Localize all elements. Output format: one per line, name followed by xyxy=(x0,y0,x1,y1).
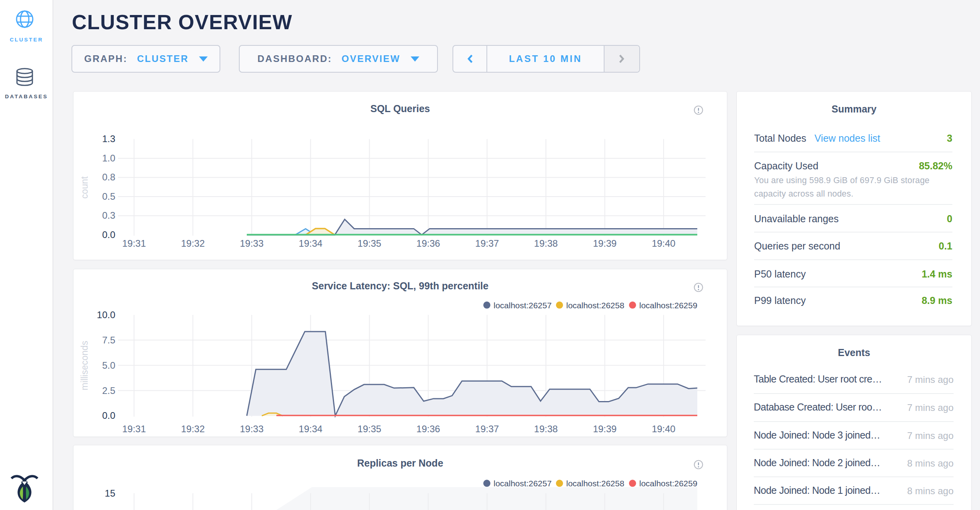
svg-text:localhost:26259: localhost:26259 xyxy=(639,479,697,488)
svg-text:19:39: 19:39 xyxy=(593,238,617,249)
svg-text:localhost:26257: localhost:26257 xyxy=(494,301,552,310)
svg-text:count: count xyxy=(79,176,90,199)
svg-text:0.0: 0.0 xyxy=(102,410,115,421)
svg-text:0.5: 0.5 xyxy=(102,191,115,202)
svg-text:19:37: 19:37 xyxy=(475,238,499,249)
svg-text:19:32: 19:32 xyxy=(181,238,205,249)
svg-text:1.3: 1.3 xyxy=(102,133,115,144)
svg-text:19:34: 19:34 xyxy=(299,424,323,434)
svg-text:19:40: 19:40 xyxy=(652,424,676,434)
svg-text:2.5: 2.5 xyxy=(102,385,115,396)
svg-text:0.0: 0.0 xyxy=(102,229,115,240)
svg-text:19:35: 19:35 xyxy=(358,238,381,249)
svg-text:10.0: 10.0 xyxy=(97,309,115,320)
svg-text:0.8: 0.8 xyxy=(102,172,115,182)
svg-text:localhost:26259: localhost:26259 xyxy=(639,301,697,310)
svg-text:0.3: 0.3 xyxy=(102,210,115,221)
svg-text:19:37: 19:37 xyxy=(475,424,499,434)
svg-text:19:32: 19:32 xyxy=(181,424,205,434)
svg-text:localhost:26258: localhost:26258 xyxy=(566,479,624,488)
svg-text:19:34: 19:34 xyxy=(299,238,323,249)
svg-text:19:38: 19:38 xyxy=(534,238,558,249)
svg-text:localhost:26258: localhost:26258 xyxy=(566,301,624,310)
svg-text:19:33: 19:33 xyxy=(240,424,263,434)
svg-text:1.0: 1.0 xyxy=(102,153,115,163)
svg-text:19:36: 19:36 xyxy=(417,238,440,249)
svg-text:19:31: 19:31 xyxy=(122,238,146,249)
svg-text:7.5: 7.5 xyxy=(102,335,115,345)
svg-text:15: 15 xyxy=(105,488,115,499)
svg-text:19:36: 19:36 xyxy=(417,424,440,434)
svg-text:5.0: 5.0 xyxy=(102,360,115,371)
svg-text:19:33: 19:33 xyxy=(240,238,263,249)
svg-text:localhost:26257: localhost:26257 xyxy=(494,479,552,488)
svg-text:19:39: 19:39 xyxy=(593,424,617,434)
svg-text:19:31: 19:31 xyxy=(122,424,146,434)
svg-text:19:35: 19:35 xyxy=(358,424,381,434)
svg-text:milliseconds: milliseconds xyxy=(79,341,90,390)
svg-text:19:38: 19:38 xyxy=(534,424,558,434)
svg-text:19:40: 19:40 xyxy=(652,238,676,249)
